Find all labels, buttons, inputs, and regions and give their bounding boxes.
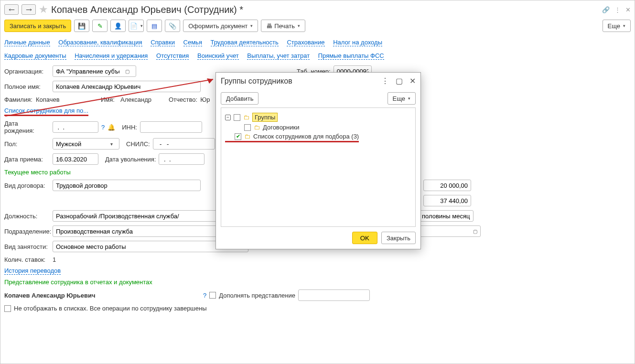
middle-value: Юр xyxy=(200,96,210,103)
save-button[interactable]: 💾 xyxy=(74,20,89,32)
tree-item2-checkbox[interactable]: ✔ xyxy=(235,133,241,140)
create-doc-button[interactable]: Оформить документ▾ xyxy=(183,20,258,32)
tab-payments[interactable]: Выплаты, учет затрат xyxy=(247,52,310,60)
repr-checkbox-label: Дополнять представление xyxy=(219,292,295,299)
rate-value: 1 xyxy=(53,256,56,263)
repr-value: Копачев Александр Юрьевич xyxy=(4,292,200,299)
rate-label: Колич. ставок: xyxy=(4,256,50,263)
tab-family[interactable]: Семья xyxy=(183,39,202,46)
birth-input[interactable] xyxy=(53,121,98,133)
repr-section: Представление сотрудника в отчетах и док… xyxy=(4,278,631,286)
tree-collapse-icon[interactable]: − xyxy=(225,115,231,120)
attach-button[interactable]: 📎 xyxy=(165,20,180,32)
folder-button[interactable]: 📄▾ xyxy=(129,20,144,32)
birth-label: Дата рождения: xyxy=(4,120,50,134)
tab-work[interactable]: Трудовая деятельность xyxy=(211,39,279,46)
tabs-row-2: Кадровые документы Начисления и удержани… xyxy=(0,49,635,63)
extra-open-icon[interactable]: ▢ xyxy=(470,229,480,234)
groups-dialog: Группы сотрудников ⋮ ▢ ✕ Добавить Еще▾ −… xyxy=(215,72,421,249)
org-input[interactable] xyxy=(53,66,122,76)
tab-military[interactable]: Воинский учет xyxy=(197,52,239,60)
link-icon[interactable]: 🔗 xyxy=(602,6,610,13)
inn-input[interactable] xyxy=(140,121,202,133)
hide-checkbox[interactable] xyxy=(4,305,11,312)
amount2-input[interactable] xyxy=(423,195,471,206)
bell-icon[interactable]: 🔔 xyxy=(108,124,115,131)
hire-input[interactable] xyxy=(53,153,98,165)
position-label: Должность: xyxy=(4,213,50,220)
page-title: Копачев Александр Юрьевич (Сотрудник) * xyxy=(51,4,243,15)
middle-label: Отчество: xyxy=(169,96,197,103)
tab-hr-docs[interactable]: Кадровые документы xyxy=(4,52,66,60)
close-window-icon[interactable]: ✕ xyxy=(625,6,631,13)
folder-icon: 🗀 xyxy=(244,133,250,140)
dialog-kebab-icon[interactable]: ⋮ xyxy=(381,76,389,86)
tabs-row-1: Личные данные Образование, квалификация … xyxy=(0,36,635,49)
tree-item1-label[interactable]: Договорники xyxy=(263,124,299,131)
gender-dropdown-icon[interactable]: ▾ xyxy=(108,141,116,147)
nav-forward-button[interactable]: 🡒 xyxy=(22,4,36,15)
tab-refs[interactable]: Справки xyxy=(151,39,175,46)
contract-label: Вид договора: xyxy=(4,182,50,189)
gender-select[interactable] xyxy=(53,139,108,149)
inn-label: ИНН: xyxy=(122,124,137,131)
favorite-star-icon[interactable]: ★ xyxy=(39,3,48,16)
tree-item2-label[interactable]: Список сотрудников для подбора (3) xyxy=(253,133,359,140)
tab-personal[interactable]: Личные данные xyxy=(4,39,50,46)
employee-list-link[interactable]: Список сотрудников для по... xyxy=(4,107,88,116)
dialog-maximize-icon[interactable]: ▢ xyxy=(396,76,403,86)
org-open-icon[interactable]: ▢ xyxy=(122,69,132,74)
half-month-input[interactable] xyxy=(419,210,474,222)
tab-payroll[interactable]: Начисления и удержания xyxy=(75,52,148,60)
person-button[interactable]: 👤 xyxy=(110,20,126,32)
tab-insurance[interactable]: Страхование xyxy=(287,39,324,46)
kebab-menu-icon[interactable]: ⋮ xyxy=(614,6,621,13)
hire-label: Дата приема: xyxy=(4,156,50,163)
gender-label: Пол: xyxy=(4,140,50,148)
save-close-button[interactable]: Записать и закрыть xyxy=(4,20,71,32)
repr-extend-input[interactable] xyxy=(298,289,370,301)
surname-value: Копачев xyxy=(36,96,98,103)
surname-label: Фамилия: xyxy=(4,96,33,103)
tab-tax[interactable]: Налог на доходы xyxy=(333,39,382,46)
repr-help-icon[interactable]: ? xyxy=(203,292,206,299)
nav-back-button[interactable]: 🡐 xyxy=(4,4,19,15)
fullname-label: Полное имя: xyxy=(4,83,50,90)
tree-item1-checkbox[interactable] xyxy=(244,124,251,131)
fullname-input[interactable] xyxy=(53,81,201,92)
name-label: Имя: xyxy=(101,96,118,103)
history-link[interactable]: История переводов xyxy=(4,267,61,275)
tree-root-checkbox[interactable] xyxy=(234,114,240,121)
emptype-label: Вид занятости: xyxy=(4,243,50,250)
dept-label: Подразделение: xyxy=(4,228,50,235)
tab-education[interactable]: Образование, квалификация xyxy=(58,39,142,46)
snils-label: СНИЛС: xyxy=(126,140,150,148)
dialog-add-button[interactable]: Добавить xyxy=(221,92,258,105)
org-label: Организация: xyxy=(4,68,50,75)
dialog-ok-button[interactable]: OK xyxy=(352,232,377,244)
list-button[interactable]: ▤ xyxy=(147,20,162,32)
folder-icon: 🗀 xyxy=(254,124,260,131)
contract-input[interactable] xyxy=(53,180,201,191)
more-button[interactable]: Еще▾ xyxy=(603,20,631,32)
name-value: Александр xyxy=(120,96,166,103)
position-input[interactable] xyxy=(53,210,220,222)
dialog-close-icon[interactable]: ✕ xyxy=(409,76,416,86)
help-icon[interactable]: ? xyxy=(101,124,105,131)
fire-label: Дата увольнения: xyxy=(105,156,156,163)
hide-label: Не отображать в списках. Все операции по… xyxy=(14,305,207,312)
snils-input[interactable] xyxy=(153,138,215,150)
folder-icon: 🗀 xyxy=(243,114,249,121)
repr-extend-checkbox[interactable] xyxy=(209,292,216,299)
dept-input[interactable] xyxy=(53,225,220,237)
print-button[interactable]: 🖶 Печать▾ xyxy=(261,20,305,32)
tab-absence[interactable]: Отсутствия xyxy=(156,52,189,60)
dialog-title: Группы сотрудников xyxy=(221,77,292,86)
tab-fss[interactable]: Прямые выплаты ФСС xyxy=(318,52,384,60)
dialog-more-button[interactable]: Еще▾ xyxy=(387,92,416,105)
edit-button[interactable]: ✎ xyxy=(92,20,108,32)
fire-input[interactable] xyxy=(159,153,204,165)
dialog-close-button[interactable]: Закрыть xyxy=(381,232,416,244)
amount1-input[interactable] xyxy=(423,180,471,191)
tree-root-label[interactable]: Группы xyxy=(252,113,278,122)
